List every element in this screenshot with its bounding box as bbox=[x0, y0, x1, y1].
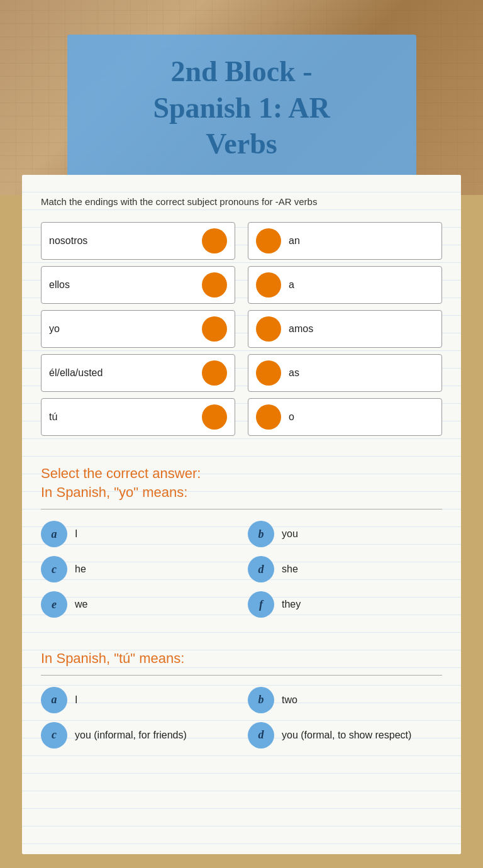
question1-divider bbox=[41, 509, 442, 509]
question2-prompt: In Spanish, "tú" means: bbox=[41, 649, 442, 669]
answer2-text-c: you (informal, for friends) bbox=[75, 730, 187, 741]
question1-line1: Select the correct answer: bbox=[41, 464, 442, 484]
answer-text-d: she bbox=[282, 564, 298, 575]
question2-line1: In Spanish, "tú" means: bbox=[41, 649, 442, 669]
match-left-label-1: nosotros bbox=[49, 235, 87, 247]
match-dot-right-3[interactable] bbox=[256, 316, 281, 342]
main-content-card: Match the endings with the correct subje… bbox=[22, 175, 461, 854]
match-right-label-3: amos bbox=[289, 323, 313, 335]
question1-answer-e[interactable]: e we bbox=[41, 591, 235, 618]
question2-section: In Spanish, "tú" means: a I b two c you … bbox=[41, 649, 442, 748]
question1-answer-b[interactable]: b you bbox=[248, 521, 442, 547]
answer2-text-b: two bbox=[282, 694, 297, 706]
match-dot-right-5[interactable] bbox=[256, 404, 281, 430]
answer2-bubble-d[interactable]: d bbox=[248, 722, 274, 748]
page-title: 2nd Block -Spanish 1: ARVerbs bbox=[92, 53, 391, 162]
question1-answers: a I b you c he d she e we f they bbox=[41, 521, 442, 618]
answer2-bubble-b[interactable]: b bbox=[248, 687, 274, 713]
question2-divider bbox=[41, 675, 442, 676]
match-right-label-2: a bbox=[289, 279, 294, 291]
match-right-item-3[interactable]: amos bbox=[248, 310, 442, 348]
match-right-item-1[interactable]: an bbox=[248, 222, 442, 260]
match-left-label-2: ellos bbox=[49, 279, 70, 291]
answer-bubble-d[interactable]: d bbox=[248, 556, 274, 582]
answer2-text-a: I bbox=[75, 694, 77, 706]
match-left-item-2[interactable]: ellos bbox=[41, 266, 235, 304]
question1-prompt: Select the correct answer: In Spanish, "… bbox=[41, 464, 442, 503]
match-left-column: nosotros ellos yo él/ella/usted tú bbox=[41, 222, 235, 436]
match-instruction: Match the endings with the correct subje… bbox=[41, 194, 442, 209]
match-right-column: an a amos as o bbox=[248, 222, 442, 436]
question2-answer-d[interactable]: d you (formal, to show respect) bbox=[248, 722, 442, 748]
answer2-text-d: you (formal, to show respect) bbox=[282, 730, 411, 741]
match-right-item-5[interactable]: o bbox=[248, 398, 442, 436]
question1-answer-c[interactable]: c he bbox=[41, 556, 235, 582]
match-left-item-4[interactable]: él/ella/usted bbox=[41, 354, 235, 392]
match-right-label-4: as bbox=[289, 367, 299, 379]
match-dot-left-1[interactable] bbox=[202, 228, 227, 253]
answer-bubble-c[interactable]: c bbox=[41, 556, 67, 582]
match-left-label-5: tú bbox=[49, 411, 57, 423]
question1-answer-a[interactable]: a I bbox=[41, 521, 235, 547]
answer-bubble-a[interactable]: a bbox=[41, 521, 67, 547]
match-dot-left-2[interactable] bbox=[202, 272, 227, 298]
match-right-item-2[interactable]: a bbox=[248, 266, 442, 304]
answer-text-c: he bbox=[75, 564, 86, 575]
match-dot-right-1[interactable] bbox=[256, 228, 281, 253]
answer2-bubble-c[interactable]: c bbox=[41, 722, 67, 748]
match-dot-left-4[interactable] bbox=[202, 360, 227, 386]
question2-answers: a I b two c you (informal, for friends) … bbox=[41, 687, 442, 748]
match-left-item-5[interactable]: tú bbox=[41, 398, 235, 436]
match-right-label-5: o bbox=[289, 411, 294, 423]
match-dot-right-4[interactable] bbox=[256, 360, 281, 386]
answer-text-a: I bbox=[75, 528, 77, 540]
answer-bubble-f[interactable]: f bbox=[248, 591, 274, 618]
match-left-label-3: yo bbox=[49, 323, 60, 335]
match-dot-left-3[interactable] bbox=[202, 316, 227, 342]
match-left-label-4: él/ella/usted bbox=[49, 367, 103, 379]
match-container: nosotros ellos yo él/ella/usted tú bbox=[41, 222, 442, 436]
answer-bubble-e[interactable]: e bbox=[41, 591, 67, 618]
question1-line2: In Spanish, "yo" means: bbox=[41, 483, 442, 503]
match-right-label-1: an bbox=[289, 235, 300, 247]
question2-answer-b[interactable]: b two bbox=[248, 687, 442, 713]
match-left-item-1[interactable]: nosotros bbox=[41, 222, 235, 260]
answer2-bubble-a[interactable]: a bbox=[41, 687, 67, 713]
match-left-item-3[interactable]: yo bbox=[41, 310, 235, 348]
question1-section: Select the correct answer: In Spanish, "… bbox=[41, 464, 442, 618]
answer-text-e: we bbox=[75, 599, 87, 610]
answer-bubble-b[interactable]: b bbox=[248, 521, 274, 547]
answer-text-f: they bbox=[282, 599, 301, 610]
question1-answer-f[interactable]: f they bbox=[248, 591, 442, 618]
question2-answer-a[interactable]: a I bbox=[41, 687, 235, 713]
match-right-item-4[interactable]: as bbox=[248, 354, 442, 392]
header-box: 2nd Block -Spanish 1: ARVerbs bbox=[67, 35, 416, 184]
match-dot-left-5[interactable] bbox=[202, 404, 227, 430]
question2-answer-c[interactable]: c you (informal, for friends) bbox=[41, 722, 235, 748]
question1-answer-d[interactable]: d she bbox=[248, 556, 442, 582]
match-dot-right-2[interactable] bbox=[256, 272, 281, 298]
answer-text-b: you bbox=[282, 528, 298, 540]
